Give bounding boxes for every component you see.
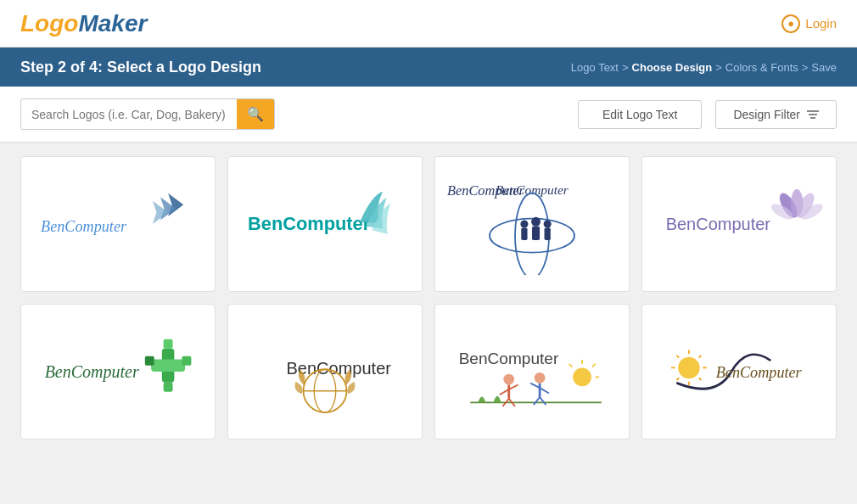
- svg-text:BenComputer: BenComputer: [666, 215, 771, 233]
- svg-line-42: [509, 384, 518, 389]
- logo-card-2[interactable]: BenComputer: [227, 156, 423, 292]
- svg-line-48: [540, 388, 549, 393]
- login-label: Login: [805, 16, 837, 31]
- svg-line-36: [592, 364, 596, 367]
- svg-line-59: [676, 356, 679, 358]
- logo-card-8[interactable]: BenComputer: [641, 304, 837, 440]
- svg-line-41: [500, 389, 509, 395]
- search-button[interactable]: 🔍: [237, 99, 274, 129]
- account-icon: ●: [781, 14, 800, 33]
- svg-text:BenComputer: BenComputer: [248, 213, 371, 234]
- svg-point-9: [520, 220, 528, 227]
- svg-line-53: [699, 356, 702, 358]
- breadcrumb-save[interactable]: Save: [811, 61, 837, 74]
- breadcrumb-choose-design[interactable]: Choose Design: [632, 61, 713, 74]
- svg-point-11: [531, 217, 541, 227]
- svg-rect-14: [545, 228, 551, 241]
- svg-line-55: [699, 378, 702, 380]
- svg-point-34: [573, 367, 591, 386]
- svg-line-49: [534, 397, 540, 405]
- svg-point-39: [503, 374, 514, 385]
- svg-text:BenComputer: BenComputer: [496, 182, 569, 197]
- svg-point-51: [678, 357, 699, 378]
- svg-text:BenComputer: BenComputer: [45, 362, 139, 382]
- logo-logo-part: Logo: [20, 10, 78, 36]
- breadcrumb-sep-1: >: [622, 61, 629, 74]
- logo-maker-part: Maker: [78, 10, 147, 36]
- logo-card-4[interactable]: BenComputer: [641, 156, 837, 292]
- step-title: Step 2 of 4: Select a Logo Design: [20, 59, 261, 76]
- svg-line-38: [569, 364, 573, 367]
- header: LogoMaker ● Login: [0, 0, 857, 48]
- svg-rect-10: [521, 228, 527, 241]
- app-logo: LogoMaker: [20, 10, 147, 37]
- svg-point-13: [544, 220, 552, 227]
- edit-logo-text-button[interactable]: Edit Logo Text: [578, 100, 702, 129]
- breadcrumb: Logo Text > Choose Design > Colors & Fon…: [571, 61, 837, 74]
- svg-point-45: [535, 372, 546, 384]
- svg-text:BenComputer: BenComputer: [716, 364, 803, 381]
- svg-rect-23: [151, 359, 185, 372]
- logo-card-7[interactable]: BenComputer: [434, 304, 630, 440]
- svg-rect-25: [182, 356, 191, 366]
- svg-rect-26: [164, 339, 173, 349]
- svg-rect-24: [145, 356, 154, 366]
- svg-rect-12: [532, 227, 540, 240]
- filter-icon: [807, 110, 819, 119]
- breadcrumb-colors-fonts[interactable]: Colors & Fonts: [725, 61, 798, 74]
- svg-line-47: [530, 384, 540, 388]
- breadcrumb-sep-2: >: [715, 61, 722, 74]
- breadcrumb-sep-3: >: [802, 61, 809, 74]
- svg-text:BenComputer: BenComputer: [41, 218, 127, 235]
- svg-line-57: [676, 378, 679, 380]
- svg-text:BenComputer: BenComputer: [459, 350, 559, 367]
- design-filter-button[interactable]: Design Filter: [715, 100, 837, 129]
- search-wrapper: 🔍: [20, 98, 275, 130]
- logo-card-5[interactable]: BenComputer: [20, 304, 216, 440]
- logo-grid: BenComputer BenComputer BenComputer BenC…: [0, 143, 857, 453]
- svg-rect-27: [164, 383, 173, 392]
- svg-line-50: [540, 397, 546, 405]
- logo-card-3[interactable]: BenComputer BenComputer: [434, 156, 630, 292]
- login-button[interactable]: ● Login: [781, 14, 837, 33]
- design-filter-label: Design Filter: [733, 108, 800, 121]
- breadcrumb-logo-text[interactable]: Logo Text: [571, 61, 619, 74]
- logo-card-6[interactable]: BenComputer: [227, 304, 423, 440]
- step-bar: Step 2 of 4: Select a Logo Design Logo T…: [0, 48, 857, 87]
- logo-card-1[interactable]: BenComputer: [20, 156, 216, 292]
- toolbar: 🔍 Edit Logo Text Design Filter: [0, 87, 857, 143]
- search-input[interactable]: [21, 101, 237, 128]
